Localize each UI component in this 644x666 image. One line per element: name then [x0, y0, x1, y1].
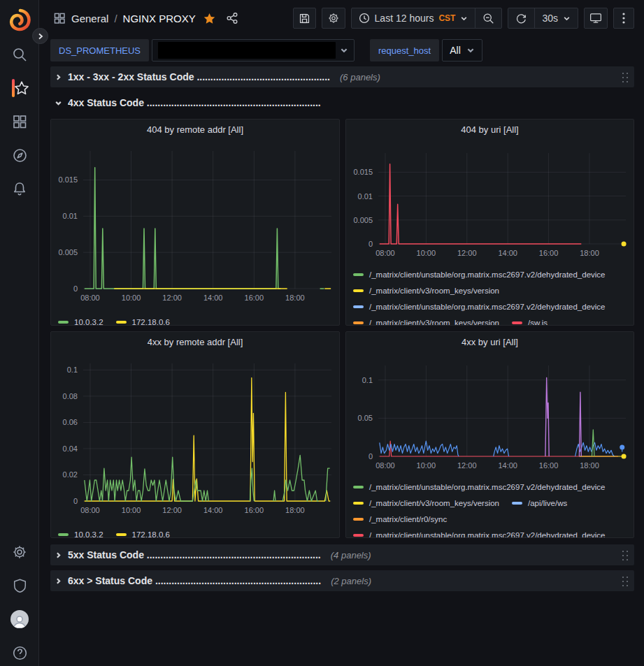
- chevron-right-icon: [55, 551, 62, 559]
- row-drag-handle[interactable]: [621, 575, 629, 587]
- breadcrumb-section[interactable]: General: [71, 13, 108, 24]
- legend-series-label[interactable]: 172.18.0.6: [132, 318, 170, 326]
- request-host-variable-select[interactable]: All: [442, 39, 482, 61]
- legend-item[interactable]: 10.0.3.2: [58, 526, 103, 538]
- legend-series-label[interactable]: /_matrix/client/r0/sync: [369, 515, 447, 523]
- legend-series-label[interactable]: /api/live/ws: [528, 499, 567, 507]
- legend-series-label[interactable]: 172.18.0.6: [132, 530, 170, 539]
- refresh-button[interactable]: [508, 8, 534, 28]
- row-panel-count: (2 panels): [331, 576, 371, 586]
- breadcrumb-dashboard-title[interactable]: NGINX PROXY: [123, 13, 196, 24]
- row-6xx[interactable]: 6xx > Status Code ......................…: [50, 570, 634, 591]
- row-panel-count: (4 panels): [331, 550, 371, 560]
- kebab-menu-button[interactable]: [613, 8, 634, 29]
- sidebar-expand-button[interactable]: [32, 28, 48, 44]
- row-drag-handle[interactable]: [621, 71, 629, 83]
- svg-text:08:00: 08:00: [375, 249, 395, 257]
- panel-title[interactable]: 404 by uri [All]: [346, 120, 634, 139]
- row-title: 6xx > Status Code ......................…: [68, 575, 321, 586]
- svg-text:12:00: 12:00: [162, 294, 182, 302]
- sidebar-item-dashboards[interactable]: [0, 108, 39, 136]
- sidebar-item-explore[interactable]: [0, 141, 39, 169]
- legend-item[interactable]: /_matrix/client/unstable/org.matrix.msc2…: [353, 479, 606, 495]
- svg-text:10:00: 10:00: [417, 249, 436, 257]
- svg-text:0.005: 0.005: [353, 216, 373, 224]
- variable-label-ds-prometheus[interactable]: DS_PROMETHEUS: [50, 39, 149, 61]
- sidebar-item-search[interactable]: [0, 41, 39, 68]
- row-5xx[interactable]: 5xx Status Code ........................…: [50, 544, 634, 565]
- svg-text:16:00: 16:00: [539, 461, 559, 470]
- legend-item[interactable]: /_matrix/client/unstable/org.matrix.msc2…: [353, 527, 606, 538]
- legend-item[interactable]: /_matrix/client/v3/room_keys/version: [353, 282, 499, 298]
- legend-item[interactable]: /_matrix/client/unstable/org.matrix.msc2…: [353, 266, 606, 282]
- sidebar-item-help[interactable]: [0, 639, 39, 666]
- svg-text:10:00: 10:00: [122, 506, 141, 514]
- variable-label-request-host[interactable]: request_host: [370, 39, 439, 61]
- svg-text:08:00: 08:00: [80, 506, 100, 514]
- legend-item[interactable]: /api/live/ws: [512, 495, 567, 511]
- legend-series-label[interactable]: 10.0.3.2: [74, 318, 103, 326]
- legend-item[interactable]: /_matrix/client/r0/sync: [353, 511, 447, 527]
- cycle-view-mode-button[interactable]: [584, 8, 608, 29]
- legend-series-label[interactable]: /_matrix/client/unstable/org.matrix.msc2…: [369, 531, 606, 539]
- legend-series-label[interactable]: /_matrix/client/unstable/org.matrix.msc2…: [369, 270, 606, 279]
- chart-svg[interactable]: 08:0010:0012:0014:0016:0018:0000.0050.01…: [346, 139, 632, 263]
- legend-series-label[interactable]: /_matrix/client/v3/room_keys/version: [369, 287, 499, 295]
- legend-series-label[interactable]: /_matrix/client/v3/room_keys/version: [369, 319, 499, 326]
- legend-item[interactable]: /_matrix/client/unstable/org.matrix.msc2…: [353, 298, 606, 314]
- help-circle-icon: [12, 645, 28, 661]
- legend-series-label[interactable]: /_matrix/client/unstable/org.matrix.msc2…: [369, 483, 606, 491]
- legend-series-label[interactable]: 10.0.3.2: [74, 530, 103, 539]
- redacted-value: [158, 42, 336, 59]
- svg-text:0.02: 0.02: [63, 470, 78, 479]
- dashboards-grid-icon: [12, 114, 27, 129]
- panel-404-by-remote-addr: 404 by remote addr [All] 08:0010:0012:00…: [50, 119, 340, 326]
- panel-title[interactable]: 4xx by remote addr [All]: [51, 332, 339, 352]
- legend-series-label[interactable]: /_matrix/client/v3/room_keys/version: [369, 499, 499, 507]
- row-1xx-3xx-2xx[interactable]: 1xx - 3xx - 2xx Status Code ............…: [50, 66, 634, 87]
- sidebar-item-server-admin[interactable]: [0, 572, 39, 600]
- zoom-out-time-button[interactable]: [475, 8, 501, 28]
- favorite-star-icon[interactable]: [203, 12, 216, 25]
- legend-series-color: [116, 321, 127, 324]
- svg-text:18:00: 18:00: [285, 294, 305, 302]
- refresh-interval-dropdown[interactable]: 30s: [534, 8, 578, 28]
- monitor-icon: [589, 12, 602, 24]
- sidebar-item-configuration[interactable]: [0, 538, 39, 566]
- svg-text:18:00: 18:00: [285, 506, 305, 514]
- svg-text:0.06: 0.06: [63, 418, 78, 426]
- active-section-indicator: [12, 79, 15, 97]
- legend-series-label[interactable]: /_matrix/client/unstable/org.matrix.msc2…: [369, 303, 606, 311]
- chart-svg[interactable]: 08:0010:0012:0014:0016:0018:0000.0050.01…: [51, 139, 338, 311]
- sidebar-item-profile[interactable]: [0, 605, 39, 633]
- legend-series-color: [116, 533, 127, 536]
- panel-title[interactable]: 4xx by uri [All]: [346, 332, 634, 352]
- panel-title[interactable]: 404 by remote addr [All]: [51, 120, 339, 139]
- svg-text:18:00: 18:00: [580, 249, 599, 257]
- legend-item[interactable]: /_matrix/client/v3/room_keys/version: [353, 314, 499, 326]
- legend-item[interactable]: 172.18.0.6: [116, 314, 170, 326]
- legend-item[interactable]: 172.18.0.6: [116, 526, 170, 538]
- share-icon[interactable]: [226, 12, 238, 24]
- legend-item[interactable]: /_matrix/client/v3/room_keys/version: [353, 495, 499, 511]
- time-range-picker[interactable]: Last 12 hours CST: [352, 8, 475, 28]
- datasource-variable-select[interactable]: [152, 39, 355, 61]
- row-4xx[interactable]: 4xx Status Code ........................…: [50, 92, 634, 113]
- kebab-icon: [622, 13, 625, 24]
- avatar: [10, 610, 29, 628]
- svg-text:12:00: 12:00: [457, 249, 477, 257]
- legend-series-label[interactable]: /sw.js: [528, 319, 548, 326]
- row-title: 1xx - 3xx - 2xx Status Code ............…: [68, 71, 330, 82]
- save-dashboard-button[interactable]: [293, 8, 316, 29]
- sidebar-item-alerting[interactable]: [0, 175, 39, 203]
- row-drag-handle[interactable]: [621, 549, 629, 561]
- chart-svg[interactable]: 08:0010:0012:0014:0016:0018:0000.020.040…: [51, 352, 338, 523]
- apps-grid-icon: [53, 12, 66, 24]
- legend-series-color: [512, 502, 522, 505]
- sidebar-item-starred[interactable]: [0, 74, 39, 102]
- legend-item[interactable]: /sw.js: [512, 314, 548, 326]
- legend-item[interactable]: 10.0.3.2: [58, 314, 103, 326]
- dashboard-settings-button[interactable]: [322, 8, 345, 29]
- panel-legend: 10.0.3.2172.18.0.6: [51, 314, 339, 326]
- chart-svg[interactable]: 08:0010:0012:0014:0016:0018:0000.050.1: [346, 352, 632, 476]
